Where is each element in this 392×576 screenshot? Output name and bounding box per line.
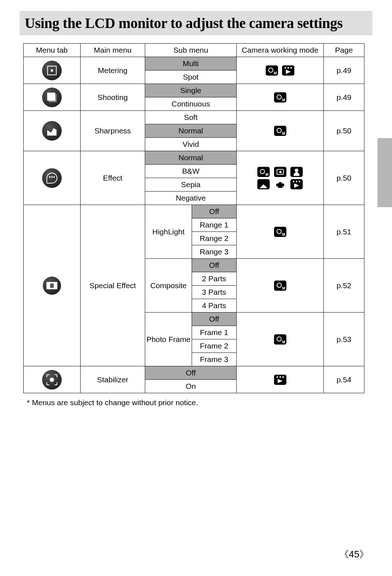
row-special: Special Effect HighLight Off p.51 (24, 205, 364, 218)
photoframe-page: p.53 (324, 313, 364, 366)
effect-sub-negative: Negative (145, 192, 237, 205)
col-sub-menu: Sub menu (145, 44, 237, 57)
camera-m-mode-icon (274, 334, 286, 345)
camera-m-mode-icon (274, 281, 286, 291)
movie-mode-icon (274, 375, 286, 385)
photoframe-off: Off (192, 313, 236, 326)
effect-sub-bw: B&W (145, 165, 237, 178)
page-title: Using the LCD monitor to adjust the came… (25, 15, 367, 32)
sharpness-sub-vivid: Vivid (145, 138, 237, 151)
page-number-decor-right: 》 (359, 549, 369, 560)
sharpness-icon (42, 121, 62, 141)
sharpness-sub-normal: Normal (145, 124, 237, 138)
effect-page: p.50 (324, 151, 364, 205)
page-title-bar: Using the LCD monitor to adjust the came… (20, 11, 372, 35)
composite-page: p.52 (324, 259, 364, 313)
special-main: Special Effect (80, 205, 145, 366)
row-sharpness: Sharpness Soft p.50 (24, 111, 364, 124)
landscape-mode-icon (257, 179, 270, 189)
composite-4: 4 Parts (192, 299, 236, 313)
row-effect: Effect Normal p.50 (24, 151, 364, 165)
table-header-row: Menu tab Main menu Sub menu Camera worki… (24, 44, 364, 57)
movie-mode-icon (282, 65, 294, 76)
highlight-page: p.51 (324, 205, 364, 259)
camera-m-mode-icon (274, 126, 286, 136)
composite-3: 3 Parts (192, 286, 236, 299)
metering-page: p.49 (324, 57, 364, 84)
metering-icon (42, 61, 62, 80)
portrait-mode-icon (290, 167, 303, 177)
camera-m-mode-icon (274, 227, 286, 237)
effect-sub-normal: Normal (145, 151, 237, 165)
metering-tab-icon-cell (24, 57, 81, 84)
shooting-sub-continuous: Continuous (145, 97, 237, 111)
effect-modes (236, 151, 323, 205)
sharpness-sub-soft: Soft (145, 111, 237, 124)
effect-main: Effect (80, 151, 145, 205)
metering-modes (236, 57, 323, 84)
sharpness-modes (236, 111, 323, 151)
photoframe-2: Frame 2 (192, 339, 236, 353)
photoframe-3: Frame 3 (192, 353, 236, 366)
stabilizer-icon (42, 370, 62, 390)
highlight-modes (236, 205, 323, 259)
stabilizer-main: Stabilizer (80, 366, 145, 393)
camera-m-mode-icon (257, 167, 270, 177)
shooting-modes (236, 84, 323, 111)
closeup-mode-icon (274, 179, 286, 189)
camera-m-mode-icon (274, 92, 286, 102)
page-number-decor-left: 《 (339, 549, 349, 560)
footnote: * Menus are subject to change without pr… (27, 398, 372, 407)
metering-sub-spot: Spot (145, 71, 237, 84)
composite-modes (236, 259, 323, 313)
shooting-sub-single: Single (145, 84, 237, 97)
shooting-tab-icon-cell (24, 84, 81, 111)
photoframe-modes (236, 313, 323, 366)
effect-icon (42, 168, 62, 188)
metering-main: Metering (80, 57, 145, 84)
special-highlight-label: HighLight (145, 205, 192, 259)
highlight-r3: Range 3 (192, 245, 236, 259)
stabilizer-modes (236, 366, 323, 393)
stabilizer-on: On (145, 380, 237, 393)
shooting-icon (42, 88, 62, 107)
movie-mode-icon (290, 179, 303, 189)
scene-mode-icon (274, 167, 286, 177)
stabilizer-off: Off (145, 366, 237, 380)
shooting-main: Shooting (80, 84, 145, 111)
effect-tab-icon-cell (24, 151, 81, 205)
special-photoframe-label: Photo Frame (145, 313, 192, 366)
row-shooting: Shooting Single p.49 (24, 84, 364, 97)
col-main-menu: Main menu (80, 44, 145, 57)
col-menu-tab: Menu tab (24, 44, 81, 57)
special-composite-label: Composite (145, 259, 192, 313)
effect-sub-sepia: Sepia (145, 178, 237, 192)
special-effect-icon (42, 276, 62, 295)
highlight-r2: Range 2 (192, 232, 236, 245)
metering-sub-multi: Multi (145, 57, 237, 71)
settings-table: Menu tab Main menu Sub menu Camera worki… (23, 43, 364, 393)
stabilizer-tab-icon-cell (24, 366, 81, 393)
highlight-off: Off (192, 205, 236, 218)
section-tab (377, 138, 392, 207)
col-page: Page (324, 44, 364, 57)
special-tab-icon-cell (24, 205, 81, 366)
shooting-page: p.49 (324, 84, 364, 111)
page-number: 《45》 (339, 548, 369, 561)
sharpness-tab-icon-cell (24, 111, 81, 151)
composite-off: Off (192, 259, 236, 272)
highlight-r1: Range 1 (192, 218, 236, 232)
sharpness-main: Sharpness (80, 111, 145, 151)
composite-2: 2 Parts (192, 272, 236, 286)
col-mode: Camera working mode (236, 44, 323, 57)
camera-m-mode-icon (266, 65, 278, 76)
sharpness-page: p.50 (324, 111, 364, 151)
stabilizer-page: p.54 (324, 366, 364, 393)
manual-page: Using the LCD monitor to adjust the came… (0, 0, 392, 576)
photoframe-1: Frame 1 (192, 326, 236, 339)
row-stabilizer: Stabilizer Off p.54 (24, 366, 364, 380)
page-number-value: 45 (349, 549, 359, 560)
row-metering: Metering Multi p.49 (24, 57, 364, 71)
